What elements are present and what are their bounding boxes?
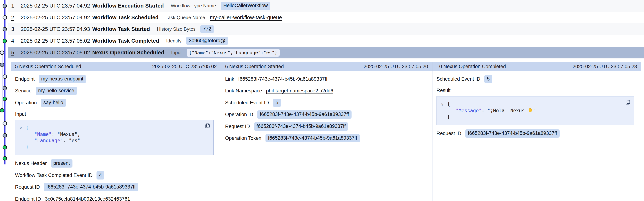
event-attribute-value-link[interactable]: my-caller-workflow-task-queue (210, 15, 282, 21)
json-text: { (447, 101, 450, 107)
field-value-badge: 5 (484, 75, 492, 83)
event-attribute-label: Task Queue Name (166, 15, 205, 20)
timeline-marker-event-5 (0, 51, 4, 55)
field-label: Link (225, 76, 234, 82)
timeline-marker-event-1 (3, 4, 7, 8)
copy-icon-glyph (206, 124, 209, 127)
field-label: Request ID (15, 184, 40, 190)
event-attribute-value-badge: {"Name":"Nexus","Language":"es"} (186, 49, 280, 57)
field-value-link[interactable]: f665283f-743e-4374-b45b-9a61a89337ff (238, 76, 328, 82)
event-id-link[interactable]: 1 (11, 3, 16, 9)
detail-field: Scheduled Event ID5 (225, 97, 428, 109)
event-row-3[interactable]: 32025-02-25 UTC 23:57:04.93Workflow Task… (8, 23, 644, 35)
event-name: Workflow Task Scheduled (92, 15, 158, 21)
chevron-down-icon[interactable]: ∨ (20, 125, 26, 131)
field-label: Request ID (225, 124, 250, 129)
field-value-badge: f665283f-743e-4374-b45b-9a61a89337ff (266, 134, 360, 142)
json-code-line: "Name": "Nexus", (20, 131, 209, 137)
json-code-line: ∨{ (441, 101, 630, 107)
event-detail-panel-2: 6 Nexus Operation Started2025-02-25 UTC … (221, 62, 432, 201)
json-code-line: "Language": "es" (20, 137, 209, 144)
field-label: Operation Token (225, 135, 262, 141)
event-name: Workflow Task Completed (92, 38, 159, 44)
detail-field: Workflow Task Completed Event ID4 (15, 169, 217, 181)
event-timestamp: 2025-02-25 UTC 23:57:04.93 (21, 26, 92, 32)
copy-icon-glyph (627, 100, 630, 103)
field-label: Workflow Task Completed Event ID (15, 172, 92, 178)
timeline-marker-event-13 (3, 145, 7, 149)
json-text (26, 132, 34, 137)
field-value-badge: my-hello-service (36, 87, 77, 95)
detail-field: Endpointmy-nexus-endpoint (15, 73, 217, 85)
field-label: Scheduled Event ID (436, 76, 480, 82)
panel-timestamp: 2025-02-25 UTC 23:57:05.23 (573, 64, 637, 69)
json-text: { (26, 125, 28, 130)
json-key: "Language" (34, 138, 63, 143)
field-value-badge: present (51, 159, 72, 167)
json-code-line: } (441, 114, 630, 120)
event-attribute-value-badge: 772 (200, 25, 214, 33)
event-timestamp: 2025-02-25 UTC 23:57:05.02 (21, 50, 92, 56)
waving-hand-emoji (528, 107, 533, 113)
event-timestamp: 2025-02-25 UTC 23:57:04.92 (21, 3, 92, 9)
timeline-marker-event-10 (0, 108, 4, 112)
json-text: } (447, 114, 450, 120)
event-id-link[interactable]: 2 (11, 15, 16, 21)
event-row-5[interactable]: 52025-02-25 UTC 23:57:05.02Nexus Operati… (8, 47, 644, 58)
field-value-badge: my-nexus-endpoint (39, 75, 86, 83)
panel-header: 6 Nexus Operation Started2025-02-25 UTC … (221, 62, 432, 71)
detail-field: Endpoint ID3c0c75ccfa8144b092c13ce632463… (15, 193, 217, 201)
json-code-line: ∨{ (20, 125, 209, 131)
panel-body: Scheduled Event ID5Result∨{ "Message": "… (432, 71, 641, 201)
event-id-link[interactable]: 5 (11, 50, 16, 56)
field-value-badge: f665283f-743e-4374-b45b-9a61a89337ff (257, 110, 352, 119)
event-detail-panel-3: 10 Nexus Operation Completed2025-02-25 U… (432, 62, 641, 201)
json-text (447, 108, 456, 113)
field-value-badge: f665283f-743e-4374-b45b-9a61a89337ff (465, 129, 560, 138)
timeline-marker-event-14 (3, 156, 7, 160)
event-id-link[interactable]: 4 (11, 38, 16, 44)
json-text: : "Nexus", (52, 132, 80, 137)
panel-title: 6 Nexus Operation Started (225, 64, 284, 69)
panel-title: 5 Nexus Operation Scheduled (15, 64, 81, 69)
detail-field: Servicemy-hello-service (15, 85, 217, 97)
field-label: Scheduled Event ID (225, 100, 269, 106)
field-value-badge: 4 (96, 171, 104, 179)
json-text: : "¡Hola! Nexus (482, 108, 528, 113)
event-id-link[interactable]: 3 (11, 26, 16, 32)
event-timestamp: 2025-02-25 UTC 23:57:05.02 (21, 38, 92, 44)
detail-field: Linkf665283f-743e-4374-b45b-9a61a89337ff (225, 73, 428, 85)
json-code-line: "Message": "¡Hola! Nexus " (441, 107, 630, 114)
timeline-line (2, 53, 2, 110)
event-row-4[interactable]: 42025-02-25 UTC 23:57:05.02Workflow Task… (8, 35, 644, 47)
event-detail-panels: 5 Nexus Operation Scheduled2025-02-25 UT… (11, 62, 641, 201)
json-text: : "es" (63, 138, 80, 143)
copy-icon[interactable] (625, 99, 631, 105)
detail-field: Request IDf665283f-743e-4374-b45b-9a61a8… (15, 181, 217, 193)
field-label: Operation (15, 100, 37, 106)
json-code-line: } (20, 144, 209, 150)
field-value-link[interactable]: 3c0c75ccfa8144b092c13ce632463761 (45, 196, 130, 201)
field-value-link[interactable]: phil-target-namespace2.a2dd6 (266, 88, 333, 94)
panel-body: Linkf665283f-743e-4374-b45b-9a61a89337ff… (221, 71, 432, 201)
event-timestamp: 2025-02-25 UTC 23:57:04.92 (21, 15, 92, 21)
field-label: Endpoint ID (15, 196, 41, 201)
json-key: "Name" (34, 132, 52, 137)
event-row-2[interactable]: 22025-02-25 UTC 23:57:04.92Workflow Task… (8, 12, 644, 24)
chevron-down-icon[interactable]: ∨ (441, 101, 447, 107)
field-value-badge: 5 (273, 99, 281, 107)
detail-field: Operation Tokenf665283f-743e-4374-b45b-9… (225, 132, 428, 144)
event-timeline (0, 0, 10, 201)
detail-field: Request IDf665283f-743e-4374-b45b-9a61a8… (436, 128, 637, 140)
field-label: Endpoint (15, 76, 35, 82)
timeline-marker-event-6 (0, 63, 4, 67)
json-text (26, 138, 34, 143)
timeline-marker-event-11 (3, 122, 7, 125)
copy-icon[interactable] (204, 123, 210, 129)
timeline-marker-event-4 (3, 39, 7, 43)
event-row-1[interactable]: 12025-02-25 UTC 23:57:04.92Workflow Exec… (8, 0, 644, 12)
field-label: Nexus Header (15, 161, 47, 166)
panel-timestamp: 2025-02-25 UTC 23:57:05.02 (152, 64, 217, 69)
field-label: Link Namespace (225, 88, 262, 94)
field-value-badge: f665283f-743e-4374-b45b-9a61a89337ff (254, 122, 348, 131)
